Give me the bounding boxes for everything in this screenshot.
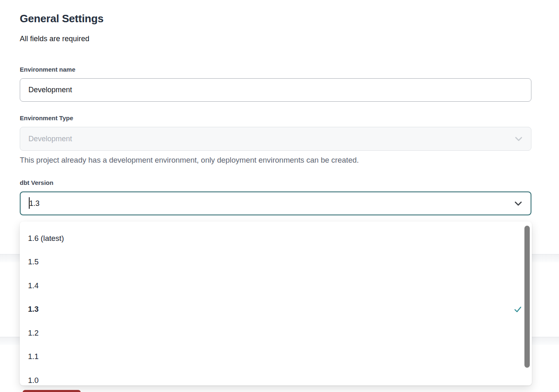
chevron-down-icon [513,198,523,208]
dbt-version-value: 1.3 [29,199,40,208]
dbt-version-combobox[interactable]: 1.3 [20,191,531,215]
option-label: 1.2 [28,329,39,338]
dropdown-option[interactable]: 1.3 [20,298,532,322]
dropdown-option[interactable]: 1.4 [20,274,532,298]
option-label: 1.6 (latest) [28,234,64,243]
dropdown-option[interactable]: 1.0 [20,369,532,385]
dropdown-option[interactable]: 1.6 (latest) [20,226,532,250]
check-icon [514,305,522,313]
option-label: 1.0 [28,376,39,385]
text-caret [29,197,30,209]
dropdown-option[interactable]: 1.5 [20,250,532,274]
environment-type-helper: This project already has a development e… [20,156,359,165]
environment-name-label: Environment name [20,66,75,73]
settings-page: General Settings All fields are required… [0,0,559,392]
environment-type-select: Development [20,127,531,151]
option-label: 1.4 [28,281,39,290]
page-title: General Settings [20,12,103,25]
environment-type-value: Development [28,135,72,143]
dbt-version-dropdown-menu: 1.6 (latest) 1.5 1.4 1.3 1.2 1.1 1.0 [20,222,532,385]
delete-button-partial[interactable] [23,390,81,392]
environment-name-input[interactable] [20,78,531,102]
option-label: 1.1 [28,352,39,361]
dropdown-option[interactable]: 1.2 [20,321,532,345]
option-label: 1.3 [28,305,39,314]
page-subtitle: All fields are required [20,35,89,43]
dbt-version-label: dbt Version [20,179,54,186]
chevron-down-icon [514,134,524,144]
option-label: 1.5 [28,257,39,266]
dropdown-option[interactable]: 1.1 [20,345,532,369]
dropdown-scrollbar[interactable] [524,226,530,368]
environment-type-label: Environment Type [20,114,73,121]
